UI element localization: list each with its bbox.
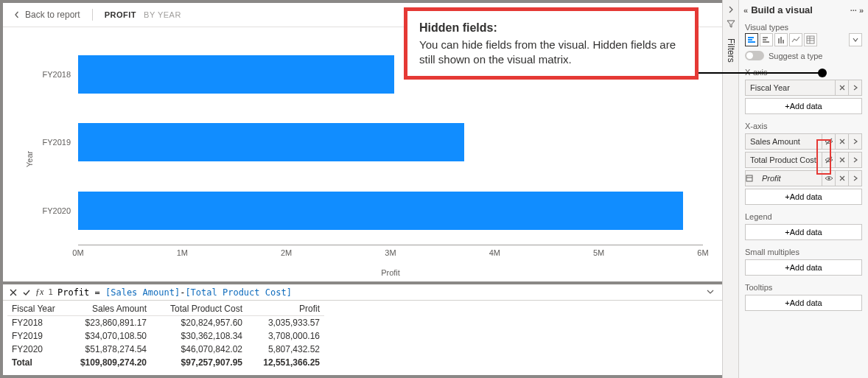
well-xaxis-2: Sales Amount Total Product Cost Profit +… [739,132,868,209]
bar-row-fy2020: FY2020 [37,177,703,245]
breadcrumb-by-year[interactable]: BY YEAR [144,10,181,19]
viz-line-icon[interactable] [789,33,802,46]
add-data-button[interactable]: +Add data [745,189,862,205]
col-header-profit[interactable]: Profit [247,302,324,316]
formula-text[interactable]: Profit = [Sales Amount]-[Total Product C… [57,287,292,298]
formula-bar[interactable]: ƒx 1 Profit = [Sales Amount]-[Total Prod… [3,284,722,301]
x-tick: 5M [593,248,604,257]
remove-field-icon[interactable] [835,80,848,95]
svg-rect-0 [748,37,754,38]
svg-rect-4 [763,39,766,41]
col-header-sales[interactable]: Sales Amount [63,302,151,316]
field-menu-icon[interactable] [848,171,861,186]
cancel-icon[interactable] [9,288,18,297]
field-menu-icon[interactable] [848,80,861,95]
pane-more-icon[interactable]: ··· » [850,6,864,15]
viz-column-icon[interactable] [774,33,788,46]
separator [92,9,93,21]
x-tick: 6M [697,248,708,257]
filter-icon [727,19,735,28]
field-fiscal-year[interactable]: Fiscal Year [745,80,862,96]
hide-field-icon[interactable] [822,153,835,167]
add-data-button[interactable]: +Add data [745,98,862,114]
well-tooltips: +Add data [739,293,868,315]
hide-field-icon[interactable] [822,134,835,149]
field-menu-icon[interactable] [848,153,861,167]
x-tick: 2M [281,248,292,257]
data-table: Fiscal Year Sales Amount Total Product C… [3,301,722,375]
remove-field-icon[interactable] [835,134,848,149]
x-axis: 0M 1M 2M 3M 4M 5M 6M [78,245,703,267]
table-row[interactable]: FY2020 $51,878,274.54 $46,070,842.02 5,8… [7,343,718,356]
breadcrumb-profit[interactable]: PROFIT [105,10,136,19]
well-legend: +Add data [739,223,868,245]
data-table-region: ƒx 1 Profit = [Sales Amount]-[Total Prod… [3,281,722,375]
viz-table-icon[interactable] [804,33,817,46]
add-data-button[interactable]: +Add data [745,224,862,240]
category-label: FY2018 [37,70,71,79]
svg-rect-15 [746,175,752,181]
viz-stacked-bar-icon[interactable] [745,33,758,46]
line-number: 1 [48,287,53,297]
svg-point-18 [827,178,830,180]
measure-icon [746,175,757,182]
viz-clustered-bar-icon[interactable] [760,33,773,46]
viz-expand-icon[interactable] [849,33,862,46]
bar-fy2020[interactable] [78,192,683,230]
table-row[interactable]: FY2018 $23,860,891.17 $20,824,957.60 3,0… [7,316,718,329]
suggest-toggle[interactable] [745,51,764,60]
field-sales-amount[interactable]: Sales Amount [745,133,862,150]
table-row[interactable]: FY2019 $34,070,108.50 $30,362,108.34 3,7… [7,329,718,343]
bar-fy2019[interactable] [78,123,464,161]
svg-rect-7 [780,37,782,43]
suggest-type-row: Suggest a type [739,49,868,65]
callout-connector-dot [818,69,827,77]
col-header-fy[interactable]: Fiscal Year [7,302,63,316]
commit-icon[interactable] [22,288,31,297]
well-label-small-multiples: Small multiples [739,245,868,258]
back-to-report-button[interactable]: Back to report [13,10,80,20]
fx-icon[interactable]: ƒx [35,287,43,298]
visual-types-row [739,33,868,49]
well-small-multiples: +Add data [739,258,868,280]
annotation-callout: Hidden fields: You can hide fields from … [404,7,699,80]
remove-field-icon[interactable] [835,153,848,167]
filters-pane-collapsed[interactable]: Filters [722,0,738,378]
well-label-xaxis: X-axis [739,65,868,78]
x-tick: 1M [177,248,188,257]
pane-title: Build a visual [748,4,850,15]
formula-expand-icon[interactable] [706,287,715,296]
build-visual-pane: « Build a visual ··· » Visual types Sugg… [738,0,868,378]
bar-fy2018[interactable] [78,55,394,94]
category-label: FY2020 [37,206,71,215]
bar-row-fy2019: FY2019 [37,108,703,176]
table-header-row: Fiscal Year Sales Amount Total Product C… [7,302,718,316]
well-xaxis: Fiscal Year +Add data [739,78,868,119]
chevron-left-icon [13,11,21,18]
svg-rect-1 [748,39,752,41]
field-profit[interactable]: Profit [745,170,862,186]
field-menu-icon[interactable] [848,134,861,149]
x-tick: 0M [72,248,83,257]
well-label-xaxis-2: X-axis [739,119,868,132]
filters-label: Filters [726,38,736,63]
expand-filters-icon[interactable] [727,6,735,13]
add-data-button[interactable]: +Add data [745,295,862,311]
table-total-row: Total $109,809,274.20 $97,257,907.95 12,… [7,356,718,369]
svg-rect-9 [807,36,814,43]
col-header-cost[interactable]: Total Product Cost [151,302,247,316]
show-field-icon[interactable] [822,171,835,186]
x-axis-title: Profit [78,268,703,277]
remove-field-icon[interactable] [835,171,848,186]
callout-body: You can hide fields from the visual. Hid… [419,38,683,68]
field-total-product-cost[interactable]: Total Product Cost [745,152,862,168]
category-label: FY2019 [37,138,71,147]
callout-title: Hidden fields: [419,20,683,36]
well-label-tooltips: Tooltips [739,280,868,293]
svg-rect-3 [763,37,768,38]
add-data-button[interactable]: +Add data [745,259,862,276]
callout-connector-line [699,72,822,74]
back-label: Back to report [25,10,80,20]
svg-rect-6 [778,38,780,43]
svg-rect-8 [783,40,784,43]
